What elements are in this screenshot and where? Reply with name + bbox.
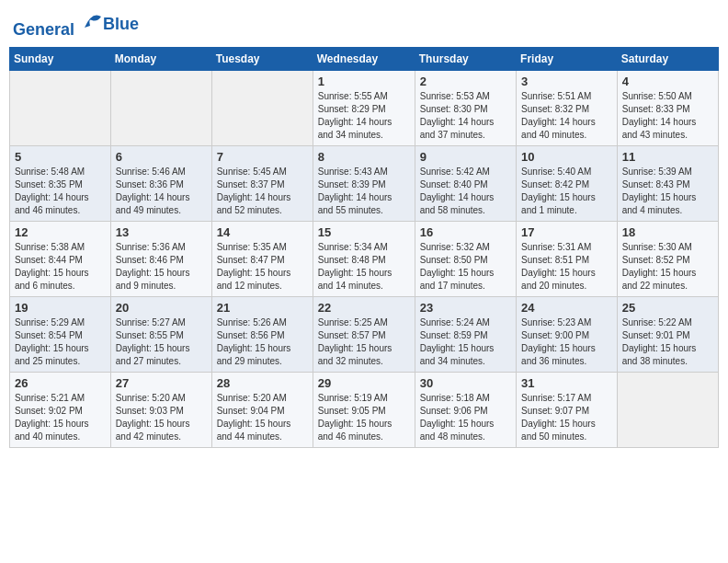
day-info: Sunrise: 5:38 AM Sunset: 8:44 PM Dayligh… [15, 241, 106, 293]
day-number: 31 [521, 376, 612, 390]
day-info: Sunrise: 5:53 AM Sunset: 8:30 PM Dayligh… [420, 90, 511, 142]
calendar-cell: 12Sunrise: 5:38 AM Sunset: 8:44 PM Dayli… [10, 221, 111, 296]
day-number: 25 [622, 301, 713, 315]
calendar-table: SundayMondayTuesdayWednesdayThursdayFrid… [9, 47, 719, 448]
calendar-cell: 1Sunrise: 5:55 AM Sunset: 8:29 PM Daylig… [313, 70, 415, 145]
calendar-cell: 29Sunrise: 5:19 AM Sunset: 9:05 PM Dayli… [313, 372, 415, 447]
weekday-label: Tuesday [211, 47, 313, 70]
calendar-cell: 21Sunrise: 5:26 AM Sunset: 8:56 PM Dayli… [211, 296, 313, 372]
day-info: Sunrise: 5:39 AM Sunset: 8:43 PM Dayligh… [622, 166, 713, 217]
day-info: Sunrise: 5:50 AM Sunset: 8:33 PM Dayligh… [622, 90, 713, 142]
day-number: 26 [15, 376, 106, 390]
day-info: Sunrise: 5:36 AM Sunset: 8:46 PM Dayligh… [116, 241, 207, 293]
day-number: 8 [318, 150, 410, 164]
day-number: 18 [622, 225, 713, 239]
day-number: 3 [521, 75, 612, 88]
day-info: Sunrise: 5:22 AM Sunset: 9:01 PM Dayligh… [622, 316, 713, 368]
calendar-cell [211, 70, 313, 145]
day-number: 28 [217, 376, 308, 390]
day-number: 22 [318, 301, 410, 315]
day-number: 27 [116, 376, 207, 390]
day-number: 12 [15, 225, 106, 239]
calendar-cell: 18Sunrise: 5:30 AM Sunset: 8:52 PM Dayli… [617, 221, 718, 296]
calendar-cell [10, 70, 111, 145]
day-info: Sunrise: 5:20 AM Sunset: 9:04 PM Dayligh… [217, 392, 308, 443]
day-info: Sunrise: 5:43 AM Sunset: 8:39 PM Dayligh… [318, 166, 410, 217]
calendar-cell: 8Sunrise: 5:43 AM Sunset: 8:39 PM Daylig… [313, 145, 415, 221]
day-info: Sunrise: 5:26 AM Sunset: 8:56 PM Dayligh… [217, 316, 308, 368]
calendar-cell: 3Sunrise: 5:51 AM Sunset: 8:32 PM Daylig… [517, 70, 618, 145]
day-number: 9 [420, 150, 511, 164]
day-info: Sunrise: 5:34 AM Sunset: 8:48 PM Dayligh… [318, 241, 410, 293]
calendar-body: 1Sunrise: 5:55 AM Sunset: 8:29 PM Daylig… [10, 70, 719, 447]
weekday-label: Wednesday [313, 47, 415, 70]
day-number: 24 [521, 301, 612, 315]
day-number: 14 [217, 225, 308, 239]
day-info: Sunrise: 5:42 AM Sunset: 8:40 PM Dayligh… [420, 166, 511, 217]
day-number: 23 [420, 301, 511, 315]
calendar-cell: 5Sunrise: 5:48 AM Sunset: 8:35 PM Daylig… [10, 145, 111, 221]
day-info: Sunrise: 5:24 AM Sunset: 8:59 PM Dayligh… [420, 316, 511, 368]
weekday-label: Friday [517, 47, 618, 70]
day-info: Sunrise: 5:31 AM Sunset: 8:51 PM Dayligh… [521, 241, 612, 293]
calendar-cell [110, 70, 211, 145]
day-number: 16 [420, 225, 511, 239]
weekday-label: Sunday [10, 47, 111, 70]
weekday-header-row: SundayMondayTuesdayWednesdayThursdayFrid… [10, 47, 719, 70]
calendar-cell: 24Sunrise: 5:23 AM Sunset: 9:00 PM Dayli… [517, 296, 618, 372]
day-number: 21 [217, 301, 308, 315]
calendar-cell: 20Sunrise: 5:27 AM Sunset: 8:55 PM Dayli… [110, 296, 211, 372]
day-info: Sunrise: 5:23 AM Sunset: 9:00 PM Dayligh… [521, 316, 612, 368]
day-info: Sunrise: 5:30 AM Sunset: 8:52 PM Dayligh… [622, 241, 713, 293]
weekday-label: Monday [110, 47, 211, 70]
logo: General Blue [13, 9, 139, 40]
calendar-cell: 30Sunrise: 5:18 AM Sunset: 9:06 PM Dayli… [415, 372, 516, 447]
day-number: 19 [15, 301, 106, 315]
day-info: Sunrise: 5:51 AM Sunset: 8:32 PM Dayligh… [521, 90, 612, 142]
calendar-cell: 13Sunrise: 5:36 AM Sunset: 8:46 PM Dayli… [110, 221, 211, 296]
day-number: 29 [318, 376, 410, 390]
weekday-label: Thursday [415, 47, 516, 70]
page-header: General Blue [9, 9, 719, 40]
day-number: 2 [420, 75, 511, 88]
calendar-week-row: 12Sunrise: 5:38 AM Sunset: 8:44 PM Dayli… [10, 221, 719, 296]
day-info: Sunrise: 5:27 AM Sunset: 8:55 PM Dayligh… [116, 316, 207, 368]
day-info: Sunrise: 5:21 AM Sunset: 9:02 PM Dayligh… [15, 392, 106, 443]
day-number: 13 [116, 225, 207, 239]
calendar-cell: 6Sunrise: 5:46 AM Sunset: 8:36 PM Daylig… [110, 145, 211, 221]
day-number: 6 [116, 150, 207, 164]
calendar-cell: 17Sunrise: 5:31 AM Sunset: 8:51 PM Dayli… [517, 221, 618, 296]
day-number: 17 [521, 225, 612, 239]
day-number: 15 [318, 225, 410, 239]
day-number: 5 [15, 150, 106, 164]
day-info: Sunrise: 5:17 AM Sunset: 9:07 PM Dayligh… [521, 392, 612, 443]
day-info: Sunrise: 5:25 AM Sunset: 8:57 PM Dayligh… [318, 316, 410, 368]
day-info: Sunrise: 5:29 AM Sunset: 8:54 PM Dayligh… [15, 316, 106, 368]
calendar-cell: 23Sunrise: 5:24 AM Sunset: 8:59 PM Dayli… [415, 296, 516, 372]
day-number: 30 [420, 376, 511, 390]
calendar-week-row: 1Sunrise: 5:55 AM Sunset: 8:29 PM Daylig… [10, 70, 719, 145]
calendar-cell: 14Sunrise: 5:35 AM Sunset: 8:47 PM Dayli… [211, 221, 313, 296]
calendar-cell: 28Sunrise: 5:20 AM Sunset: 9:04 PM Dayli… [211, 372, 313, 447]
day-info: Sunrise: 5:46 AM Sunset: 8:36 PM Dayligh… [116, 166, 207, 217]
calendar-cell: 26Sunrise: 5:21 AM Sunset: 9:02 PM Dayli… [10, 372, 111, 447]
day-number: 7 [217, 150, 308, 164]
day-info: Sunrise: 5:35 AM Sunset: 8:47 PM Dayligh… [217, 241, 308, 293]
day-number: 11 [622, 150, 713, 164]
day-info: Sunrise: 5:18 AM Sunset: 9:06 PM Dayligh… [420, 392, 511, 443]
calendar-cell: 7Sunrise: 5:45 AM Sunset: 8:37 PM Daylig… [211, 145, 313, 221]
calendar-cell: 27Sunrise: 5:20 AM Sunset: 9:03 PM Dayli… [110, 372, 211, 447]
calendar-cell: 31Sunrise: 5:17 AM Sunset: 9:07 PM Dayli… [517, 372, 618, 447]
day-info: Sunrise: 5:20 AM Sunset: 9:03 PM Dayligh… [116, 392, 207, 443]
calendar-cell [617, 372, 718, 447]
calendar-cell: 22Sunrise: 5:25 AM Sunset: 8:57 PM Dayli… [313, 296, 415, 372]
day-info: Sunrise: 5:19 AM Sunset: 9:05 PM Dayligh… [318, 392, 410, 443]
day-number: 4 [622, 75, 713, 88]
day-number: 20 [116, 301, 207, 315]
day-number: 1 [318, 75, 410, 88]
calendar-week-row: 19Sunrise: 5:29 AM Sunset: 8:54 PM Dayli… [10, 296, 719, 372]
day-info: Sunrise: 5:55 AM Sunset: 8:29 PM Dayligh… [318, 90, 410, 142]
calendar-week-row: 5Sunrise: 5:48 AM Sunset: 8:35 PM Daylig… [10, 145, 719, 221]
calendar-cell: 15Sunrise: 5:34 AM Sunset: 8:48 PM Dayli… [313, 221, 415, 296]
day-number: 10 [521, 150, 612, 164]
